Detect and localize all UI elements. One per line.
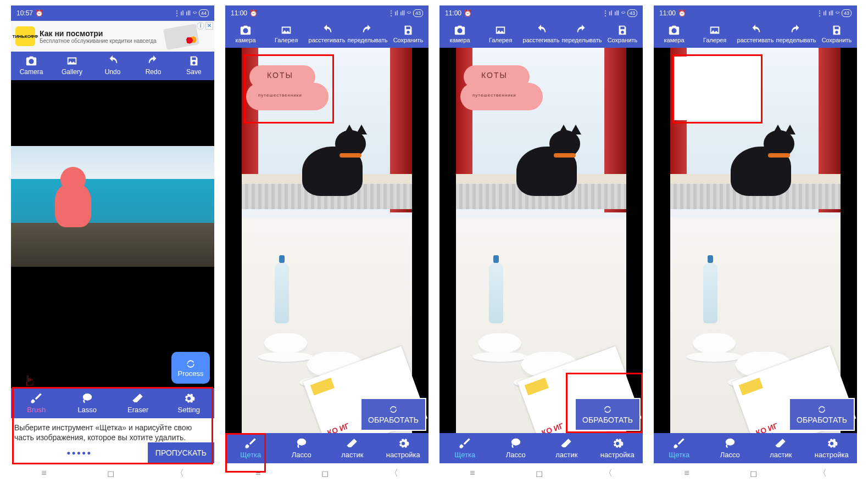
gallery-button[interactable]: Галерея: [266, 21, 307, 48]
refresh-icon: [603, 405, 613, 414]
nav-home-icon[interactable]: ◻: [321, 468, 329, 479]
redo-button[interactable]: переделывать: [561, 21, 602, 48]
svg-point-0: [83, 394, 91, 400]
brush-tool[interactable]: Щетка: [654, 433, 705, 463]
save-button[interactable]: Сохранить: [388, 21, 429, 48]
process-button[interactable]: ОБРАБОТАТЬ: [360, 398, 426, 431]
gear-icon: [183, 392, 195, 405]
settings-tool[interactable]: Setting: [164, 388, 215, 418]
nav-back-icon[interactable]: 〈: [175, 468, 184, 479]
system-nav: ≡◻〈: [654, 463, 857, 483]
page-dots[interactable]: ●●●●●: [11, 449, 148, 457]
settings-tool[interactable]: настройка: [378, 433, 429, 463]
camera-button[interactable]: камера: [654, 21, 694, 48]
battery-icon: 43: [842, 9, 852, 17]
svg-point-1: [297, 439, 305, 445]
removed-watermark-area: [674, 57, 761, 120]
gallery-button[interactable]: Галерея: [694, 21, 735, 48]
process-button[interactable]: Process: [171, 352, 210, 384]
signal-icon: ıll: [614, 9, 619, 17]
camera-icon: [668, 24, 680, 36]
undo-icon: [749, 24, 761, 36]
nav-back-icon[interactable]: 〈: [390, 468, 398, 479]
top-toolbar: камера Галерея расстегивать переделывать…: [439, 21, 643, 48]
save-icon: [188, 55, 200, 67]
ad-banner[interactable]: ТИНЬКОФФ Как ни посмотри Бесплатное обсл…: [11, 21, 214, 52]
undo-button[interactable]: расстегивать: [307, 21, 347, 48]
gear-icon: [611, 437, 624, 450]
settings-tool[interactable]: настройка: [592, 433, 643, 463]
save-icon: [616, 24, 628, 36]
lasso-tool[interactable]: Лассо: [491, 433, 542, 463]
redo-button[interactable]: Redo: [133, 52, 174, 80]
eraser-tool[interactable]: Eraser: [113, 388, 164, 418]
refresh-icon: [185, 358, 196, 369]
camera-icon: [240, 24, 252, 36]
nav-home-icon[interactable]: ◻: [750, 468, 757, 479]
lasso-tool[interactable]: Lasso: [62, 388, 113, 418]
nav-back-icon[interactable]: 〈: [818, 468, 827, 479]
system-nav: ≡◻〈: [439, 463, 643, 483]
nav-home-icon[interactable]: ◻: [536, 468, 543, 479]
ad-info-icon[interactable]: i: [197, 22, 204, 30]
nav-recent-icon[interactable]: ≡: [41, 468, 46, 478]
redo-icon: [790, 24, 802, 36]
camera-icon: [454, 24, 466, 36]
redo-button[interactable]: переделывать: [347, 21, 388, 48]
battery-icon: 43: [627, 9, 637, 17]
editor-canvas[interactable]: КО ИГ КОТЫ путешественники ОБРАБОТАТЬ: [225, 48, 429, 433]
process-button[interactable]: ОБРАБОТАТЬ: [789, 398, 855, 431]
process-button[interactable]: ОБРАБОТАТЬ: [575, 398, 641, 431]
camera-button[interactable]: камера: [225, 21, 266, 48]
camera-button[interactable]: Camera: [11, 52, 52, 80]
gallery-button[interactable]: Галерея: [480, 21, 521, 48]
nav-recent-icon[interactable]: ≡: [255, 468, 260, 478]
ad-close-icon[interactable]: ✕: [205, 22, 213, 30]
lasso-tool[interactable]: Лассо: [705, 433, 756, 463]
nav-recent-icon[interactable]: ≡: [470, 468, 475, 478]
signal-icon: ıll: [400, 9, 405, 17]
eraser-icon: [132, 392, 144, 405]
bottom-toolbar: Brush Lasso Eraser Setting: [11, 388, 214, 418]
nav-back-icon[interactable]: 〈: [604, 468, 613, 479]
editor-canvas[interactable]: Process: [11, 80, 214, 388]
save-button[interactable]: Сохранить: [602, 21, 643, 48]
save-icon: [831, 24, 843, 36]
nav-recent-icon[interactable]: ≡: [684, 468, 689, 478]
save-button[interactable]: Сохранить: [816, 21, 857, 48]
eraser-tool[interactable]: ластик: [541, 433, 592, 463]
brush-tool[interactable]: Щетка: [225, 433, 276, 463]
eraser-tool[interactable]: ластик: [755, 433, 806, 463]
gear-icon: [397, 437, 409, 450]
top-toolbar: камера Галерея расстегивать переделывать…: [654, 21, 857, 48]
editor-canvas[interactable]: КО ИГ КОТЫ путешественники ОБРАБОТАТЬ: [439, 48, 643, 433]
brush-tool[interactable]: Brush: [11, 388, 62, 418]
brush-icon: [30, 392, 42, 405]
status-time: 11:00: [445, 9, 461, 17]
cat-photo: КО ИГ КОТЫ путешественники: [242, 48, 412, 433]
battery-icon: 44: [199, 9, 209, 17]
save-button[interactable]: Save: [174, 52, 214, 80]
settings-tool[interactable]: настройка: [806, 433, 858, 463]
undo-button[interactable]: расстегивать: [735, 21, 776, 48]
editor-canvas[interactable]: КО ИГ ОБРАБОТАТЬ: [654, 48, 857, 433]
gallery-button[interactable]: Gallery: [52, 52, 92, 80]
brush-icon: [244, 437, 257, 450]
undo-icon: [321, 24, 333, 36]
eraser-tool[interactable]: ластик: [327, 433, 378, 463]
camera-button[interactable]: камера: [439, 21, 480, 48]
screen-2: 11:00⏰ ⋮ılıll⌔43 камера Галерея расстеги…: [225, 5, 429, 483]
tooltip-text: Выберите инструмент «Щетка» и нарисуйте …: [11, 418, 214, 442]
undo-button[interactable]: расстегивать: [521, 21, 561, 48]
status-bar: 11:00⏰ ⋮ılıll⌔43: [439, 5, 643, 21]
undo-button[interactable]: Undo: [92, 52, 133, 80]
undo-icon: [107, 55, 119, 67]
status-time: 10:57: [16, 9, 33, 17]
cat-photo: КО ИГ КОТЫ путешественники: [456, 48, 626, 433]
lasso-tool[interactable]: Лассо: [276, 433, 327, 463]
redo-button[interactable]: переделывать: [776, 21, 816, 48]
skip-button[interactable]: ПРОПУСКАТЬ: [148, 442, 214, 463]
nav-home-icon[interactable]: ◻: [107, 468, 114, 479]
brush-tool[interactable]: Щетка: [439, 433, 491, 463]
eraser-icon: [560, 437, 572, 450]
